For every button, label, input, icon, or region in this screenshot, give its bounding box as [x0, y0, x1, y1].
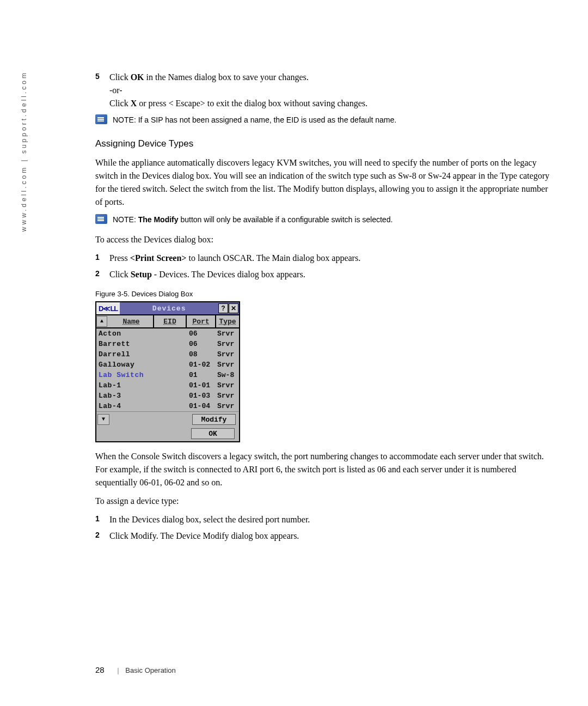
col-eid[interactable]: EID	[154, 315, 187, 327]
close-button[interactable]: ✕	[229, 303, 238, 313]
steps-block-1: 5 Click OK in the Names dialog box to sa…	[95, 71, 555, 110]
device-name: Lab Switch	[96, 372, 189, 379]
dialog-title: Devices	[120, 305, 218, 312]
step-text: Click Modify. The Device Modify dialog b…	[109, 530, 555, 543]
note-icon	[95, 214, 107, 224]
device-name: Lab-4	[96, 403, 189, 410]
note-text: If a SIP has not been assigned a name, t…	[136, 115, 396, 124]
side-url: www.dell.com | support.dell.com	[19, 71, 29, 232]
paragraph-2: When the Console Switch discovers a lega…	[95, 450, 555, 489]
step-text-part: Click	[109, 72, 131, 82]
device-row[interactable]: Lab Switch01Sw-8	[96, 370, 239, 380]
device-name: Barrett	[96, 340, 189, 348]
note-label: NOTE:	[113, 115, 136, 124]
device-port: 06	[189, 330, 217, 337]
paragraph-1: While the appliance automatically discov…	[95, 156, 555, 209]
subheading-assigning-device-types: Assigning Device Types	[95, 137, 555, 151]
device-row[interactable]: Lab-401-04Srvr	[96, 401, 239, 411]
step-number: 1	[95, 513, 109, 526]
device-row[interactable]: Lab-301-03Srvr	[96, 391, 239, 401]
dialog-titlebar: D≪LL Devices ? ✕	[96, 302, 239, 315]
sort-up-button[interactable]: ▲	[96, 316, 107, 327]
device-row[interactable]: Galloway01-02Srvr	[96, 360, 239, 370]
device-row[interactable]: Darrell08Srvr	[96, 349, 239, 360]
device-type: Sw-8	[217, 372, 239, 379]
note-text: button will only be available if a confi…	[179, 215, 393, 224]
device-row[interactable]: Acton06Srvr	[96, 328, 239, 339]
footer-separator: |	[117, 666, 119, 674]
step-text-part: to launch OSCAR. The Main dialog box app…	[186, 253, 360, 263]
devices-dialog: D≪LL Devices ? ✕ ▲ Name EID Port Type Ac…	[95, 301, 240, 442]
step-text-bold: Setup	[131, 270, 152, 279]
step-text-part: Press	[109, 253, 130, 263]
device-name: Lab-1	[96, 382, 189, 389]
steps-block-2: 1 Press <Print Screen> to launch OSCAR. …	[95, 252, 555, 281]
note-2: NOTE: The Modify button will only be ava…	[95, 214, 555, 226]
device-type: Srvr	[217, 403, 239, 410]
step-text-bold: OK	[131, 72, 144, 82]
scroll-down-button[interactable]: ▼	[97, 414, 109, 425]
step-number: 2	[95, 530, 109, 543]
step-text-part: - Devices. The Devices dialog box appear…	[152, 270, 305, 279]
device-row[interactable]: Barrett06Srvr	[96, 339, 239, 349]
step-text-part: in the Names dialog box to save your cha…	[144, 72, 309, 82]
figure-caption: Figure 3-5. Devices Dialog Box	[95, 289, 555, 300]
step-number: 5	[95, 71, 109, 110]
device-type: Srvr	[217, 351, 239, 358]
device-type: Srvr	[217, 361, 239, 368]
col-port[interactable]: Port	[187, 315, 216, 327]
device-name: Acton	[96, 330, 189, 337]
device-name: Galloway	[96, 361, 189, 368]
device-port: 01-02	[189, 361, 217, 368]
device-type: Srvr	[217, 330, 239, 337]
step-text-part: Click	[109, 270, 131, 279]
step-text-bold: <Print Screen>	[130, 253, 187, 263]
steps-block-3: 1 In the Devices dialog box, select the …	[95, 513, 555, 543]
section-name: Basic Operation	[125, 666, 176, 674]
step-text-part: Click	[109, 99, 131, 108]
dialog-rows: Acton06SrvrBarrett06SrvrDarrell08SrvrGal…	[96, 328, 239, 411]
modify-button[interactable]: Modify	[192, 414, 236, 425]
page-number: 28	[95, 665, 105, 674]
help-button[interactable]: ?	[218, 303, 228, 313]
note-icon	[95, 114, 107, 124]
step-number: 1	[95, 252, 109, 265]
note-bold: The Modify	[136, 215, 179, 224]
device-name: Lab-3	[96, 392, 189, 399]
step-number: 2	[95, 268, 109, 281]
device-name: Darrell	[96, 351, 189, 358]
device-type: Srvr	[217, 382, 239, 389]
step-text-bold: X	[131, 99, 137, 108]
step-text-part: -or-	[109, 86, 122, 95]
ok-button[interactable]: OK	[191, 428, 235, 439]
device-port: 01-03	[189, 392, 217, 399]
col-name[interactable]: Name	[107, 315, 154, 327]
dell-logo: D≪LL	[96, 302, 120, 314]
note-label: NOTE:	[113, 215, 136, 224]
device-port: 06	[189, 340, 217, 348]
device-type: Srvr	[217, 340, 239, 348]
device-port: 01-04	[189, 403, 217, 410]
assign-line: To assign a device type:	[95, 495, 555, 508]
step-text-part: or press < Escape> to exit the dialog bo…	[137, 99, 367, 108]
page-footer: 28 | Basic Operation	[95, 664, 176, 677]
device-port: 01-01	[189, 382, 217, 389]
dialog-column-header: ▲ Name EID Port Type	[96, 315, 239, 328]
device-type: Srvr	[217, 392, 239, 399]
step-text: In the Devices dialog box, select the de…	[109, 513, 555, 526]
col-type[interactable]: Type	[216, 315, 239, 327]
access-line: To access the Devices dialog box:	[95, 233, 555, 246]
device-port: 01	[189, 372, 217, 379]
note-1: NOTE: If a SIP has not been assigned a n…	[95, 114, 555, 126]
device-port: 08	[189, 351, 217, 358]
device-row[interactable]: Lab-101-01Srvr	[96, 380, 239, 391]
